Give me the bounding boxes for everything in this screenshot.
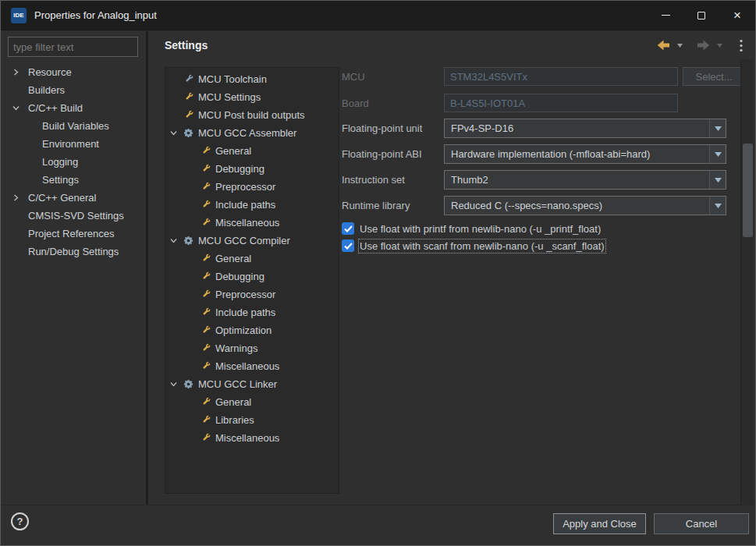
sidebar-item-logging[interactable]: Logging: [2, 153, 146, 171]
tool-settings-tree: MCU Toolchain MCU Settings MCU Post buil…: [165, 67, 339, 494]
combo-arrow-button[interactable]: [709, 145, 726, 163]
tool-tree-item-assembler-general[interactable]: General: [165, 142, 339, 160]
sidebar-item-label: Run/Debug Settings: [28, 246, 119, 257]
chevron-down-icon[interactable]: [170, 127, 183, 140]
tool-tree-item-linker-general[interactable]: General: [165, 393, 339, 411]
tool-tree-item-linker-libraries[interactable]: Libraries: [165, 411, 339, 429]
properties-tree: Resource Builders C/C++ Build Build Vari…: [2, 63, 146, 261]
scrollbar-thumb[interactable]: [743, 144, 753, 237]
forward-history-button[interactable]: [715, 41, 725, 50]
header-nav: [655, 37, 747, 55]
tool-tree-item-mcu-settings[interactable]: MCU Settings: [165, 88, 339, 106]
apply-and-close-button[interactable]: Apply and Close: [553, 513, 646, 534]
chevron-right-icon[interactable]: [12, 66, 28, 79]
forward-history-caret-icon: [717, 44, 722, 48]
back-button[interactable]: [655, 37, 673, 53]
sidebar-item-label: C/C++ General: [28, 192, 96, 204]
sidebar-item-cpp-general[interactable]: C/C++ General: [2, 189, 146, 207]
tools-icon: [200, 271, 211, 282]
tool-tree-item-assembler-miscellaneous[interactable]: Miscellaneous: [165, 214, 339, 232]
sidebar-item-label: Logging: [42, 156, 78, 168]
sidebar-item-cpp-build[interactable]: C/C++ Build: [2, 99, 146, 117]
tool-tree-label: MCU GCC Assembler: [198, 127, 296, 139]
scanf-float-label: Use float with scanf from newlib-nano (-…: [360, 240, 605, 252]
vertical-scrollbar[interactable]: [740, 59, 754, 505]
chevron-down-icon[interactable]: [170, 378, 183, 391]
tool-tree-item-compiler-optimization[interactable]: Optimization: [165, 321, 339, 339]
sidebar-item-resource[interactable]: Resource: [2, 63, 146, 81]
printf-float-label: Use float with printf from newlib-nano (…: [360, 223, 601, 235]
tree-spacer: [27, 174, 42, 186]
forward-button[interactable]: [694, 37, 712, 53]
minimize-icon: [662, 15, 670, 16]
tools-icon: [200, 182, 211, 193]
runtime-library-select[interactable]: Reduced C (--specs=nano.specs): [444, 196, 726, 215]
view-menu-button[interactable]: [737, 37, 745, 55]
sidebar-resize-sash[interactable]: [146, 31, 148, 505]
filter-input[interactable]: [8, 37, 138, 57]
tool-tree-item-compiler-miscellaneous[interactable]: Miscellaneous: [165, 357, 339, 375]
sidebar-item-cmsis-svd[interactable]: CMSIS-SVD Settings: [2, 207, 146, 225]
printf-float-checkbox[interactable]: [342, 222, 354, 235]
tool-tree-item-compiler-include-paths[interactable]: Include paths: [165, 303, 339, 321]
chevron-down-icon[interactable]: [12, 102, 28, 115]
chevron-down-icon[interactable]: [170, 235, 183, 247]
tool-tree-item-mcu-post-build[interactable]: MCU Post build outputs: [165, 106, 339, 124]
tool-tree-item-assembler-debugging[interactable]: Debugging: [165, 160, 339, 178]
tool-tree-item-linker-miscellaneous[interactable]: Miscellaneous: [165, 429, 339, 447]
tool-tree-label: Include paths: [215, 199, 275, 211]
sidebar-item-build-variables[interactable]: Build Variables: [2, 117, 146, 135]
back-history-button[interactable]: [675, 41, 685, 50]
scanf-float-checkbox[interactable]: [342, 239, 354, 252]
tool-tree-label: Debugging: [215, 163, 264, 175]
tool-tree-item-mcu-gcc-linker[interactable]: MCU GCC Linker: [165, 375, 339, 393]
tool-tree-item-assembler-preprocessor[interactable]: Preprocessor: [165, 178, 339, 196]
scanf-float-checkbox-row[interactable]: Use float with scanf from newlib-nano (-…: [342, 239, 605, 253]
view-menu-icon: [740, 39, 743, 52]
tool-tree-label: MCU Post build outputs: [198, 109, 305, 121]
sidebar-item-project-references[interactable]: Project References: [2, 225, 146, 243]
help-button[interactable]: ?: [11, 512, 29, 530]
runtime-library-label: Runtime library: [342, 196, 410, 214]
instruction-set-select[interactable]: Thumb2: [444, 170, 726, 190]
tool-tree-item-compiler-general[interactable]: General: [165, 250, 339, 268]
sidebar-item-environment[interactable]: Environment: [2, 135, 146, 153]
sidebar-item-builders[interactable]: Builders: [2, 81, 146, 99]
window-controls: ×: [648, 1, 755, 30]
floating-point-unit-label: Floating-point unit: [342, 119, 422, 137]
sidebar-item-settings[interactable]: Settings: [2, 171, 146, 189]
tool-tree-item-mcu-gcc-assembler[interactable]: MCU GCC Assembler: [165, 124, 339, 142]
tool-tree-item-mcu-toolchain[interactable]: MCU Toolchain: [165, 70, 339, 88]
tool-tree-label: Miscellaneous: [215, 432, 279, 444]
maximize-button[interactable]: [683, 1, 719, 30]
printf-float-checkbox-row[interactable]: Use float with printf from newlib-nano (…: [342, 222, 601, 236]
tool-tree-item-compiler-debugging[interactable]: Debugging: [165, 268, 339, 285]
minimize-button[interactable]: [648, 1, 683, 30]
tree-spacer: [12, 210, 28, 222]
cancel-button[interactable]: Cancel: [654, 513, 749, 534]
chevron-down-icon: [715, 152, 722, 157]
tools-icon: [200, 146, 211, 157]
combo-arrow-button[interactable]: [709, 119, 726, 137]
board-label: Board: [342, 94, 369, 112]
chevron-right-icon[interactable]: [12, 192, 28, 204]
select-mcu-button: Select...: [683, 67, 745, 86]
combo-arrow-button[interactable]: [709, 197, 726, 214]
tool-tree-label: Preprocessor: [215, 181, 275, 193]
tool-tree-item-compiler-warnings[interactable]: Warnings: [165, 339, 339, 357]
gear-icon: [183, 128, 193, 139]
tool-tree-item-mcu-gcc-compiler[interactable]: MCU GCC Compiler: [165, 232, 339, 250]
help-icon: ?: [17, 516, 23, 527]
combo-arrow-button[interactable]: [709, 171, 726, 189]
properties-dialog: IDE Properties for Analog_input × Resour…: [0, 0, 756, 546]
floating-point-abi-select[interactable]: Hardware implementation (-mfloat-abi=har…: [444, 144, 726, 164]
properties-sidebar: Resource Builders C/C++ Build Build Vari…: [2, 31, 146, 505]
close-button[interactable]: ×: [719, 1, 755, 30]
tool-tree-item-assembler-include-paths[interactable]: Include paths: [165, 196, 339, 214]
floating-point-unit-select[interactable]: FPv4-SP-D16: [444, 119, 726, 138]
floating-point-abi-label: Floating-point ABI: [342, 144, 422, 163]
runtime-library-value: Reduced C (--specs=nano.specs): [445, 200, 709, 211]
tool-tree-item-compiler-preprocessor[interactable]: Preprocessor: [165, 285, 339, 303]
tool-tree-label: Warnings: [215, 342, 257, 354]
sidebar-item-run-debug-settings[interactable]: Run/Debug Settings: [2, 243, 146, 261]
